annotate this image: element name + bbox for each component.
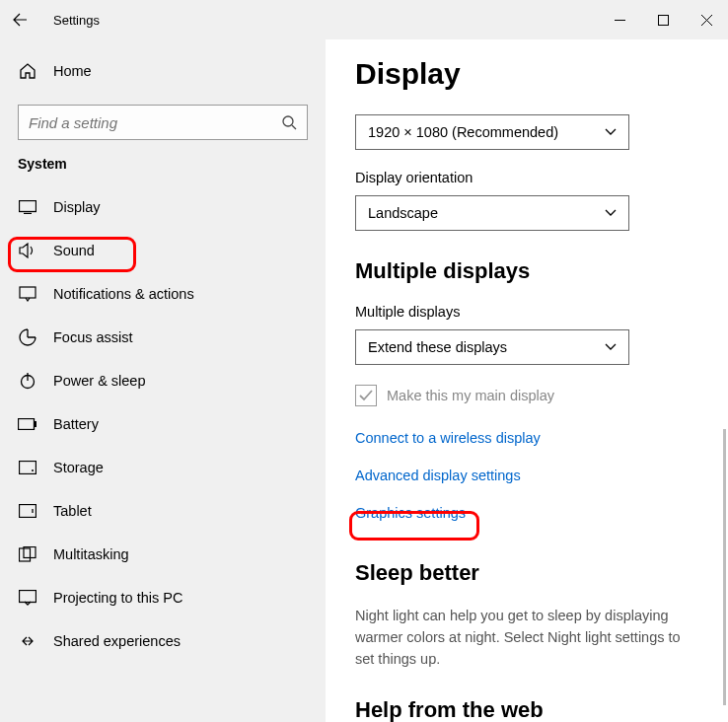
search-box[interactable] (18, 105, 308, 140)
titlebar: Settings (0, 0, 728, 39)
window-controls (598, 0, 728, 39)
resolution-value: 1920 × 1080 (Recommended) (368, 124, 558, 140)
chevron-down-icon (605, 128, 617, 136)
display-icon (18, 197, 37, 217)
sidebar-item-power[interactable]: Power & sleep (0, 359, 326, 402)
sidebar-item-storage[interactable]: Storage (0, 446, 326, 489)
scrollbar[interactable] (723, 429, 726, 705)
multiple-displays-value: Extend these displays (368, 339, 507, 355)
svg-rect-10 (35, 421, 36, 427)
projecting-icon (18, 588, 37, 608)
svg-point-12 (32, 469, 34, 471)
svg-line-3 (292, 125, 296, 129)
minimize-icon (615, 15, 625, 26)
sidebar: Home System Display Sound Notifications … (0, 39, 326, 722)
maximize-icon (658, 15, 669, 26)
page-title: Display (355, 57, 698, 91)
sidebar-item-notifications[interactable]: Notifications & actions (0, 272, 326, 316)
close-icon (701, 15, 712, 26)
svg-rect-4 (20, 201, 36, 212)
sidebar-home[interactable]: Home (0, 49, 326, 93)
svg-point-2 (283, 116, 293, 126)
home-icon (18, 61, 37, 81)
sidebar-item-sound[interactable]: Sound (0, 229, 326, 272)
sound-icon (18, 241, 37, 260)
svg-rect-6 (20, 287, 36, 298)
sidebar-item-label: Display (53, 199, 101, 215)
multitasking-icon (18, 544, 37, 564)
sidebar-item-shared[interactable]: Shared experiences (0, 619, 326, 663)
sidebar-item-label: Shared experiences (53, 633, 181, 649)
sleep-better-heading: Sleep better (355, 560, 698, 586)
arrow-left-icon (12, 12, 28, 28)
main-display-checkbox-label: Make this my main display (387, 388, 554, 403)
graphics-settings-link[interactable]: Graphics settings (355, 505, 698, 521)
main-display-checkbox (355, 385, 377, 406)
storage-icon (18, 458, 37, 477)
sleep-better-text: Night light can help you get to sleep by… (355, 606, 698, 670)
power-icon (18, 371, 37, 391)
minimize-button[interactable] (598, 0, 641, 39)
search-input[interactable] (29, 114, 281, 131)
shared-icon (18, 631, 37, 651)
sidebar-item-multitasking[interactable]: Multitasking (0, 533, 326, 576)
sidebar-item-label: Projecting to this PC (53, 590, 182, 606)
advanced-display-link[interactable]: Advanced display settings (355, 468, 698, 483)
svg-rect-9 (19, 419, 35, 430)
maximize-button[interactable] (641, 0, 685, 39)
tablet-icon (18, 501, 37, 521)
sidebar-item-display[interactable]: Display (0, 185, 326, 229)
sidebar-item-label: Notifications & actions (53, 286, 194, 302)
sidebar-item-battery[interactable]: Battery (0, 402, 326, 446)
sidebar-section-title: System (18, 156, 326, 172)
resolution-dropdown[interactable]: 1920 × 1080 (Recommended) (355, 114, 629, 150)
search-icon (281, 114, 297, 130)
sidebar-item-focus-assist[interactable]: Focus assist (0, 316, 326, 359)
sidebar-item-label: Multitasking (53, 546, 129, 562)
main-content: Display 1920 × 1080 (Recommended) Displa… (326, 39, 728, 722)
close-button[interactable] (685, 0, 728, 39)
orientation-label: Display orientation (355, 170, 698, 185)
focus-icon (18, 327, 37, 347)
orientation-dropdown[interactable]: Landscape (355, 195, 629, 231)
svg-rect-11 (20, 462, 36, 474)
sidebar-item-label: Battery (53, 416, 99, 432)
sidebar-item-label: Focus assist (53, 329, 133, 345)
svg-rect-17 (20, 591, 36, 603)
sidebar-item-label: Sound (53, 243, 95, 258)
multiple-displays-dropdown[interactable]: Extend these displays (355, 329, 629, 365)
help-heading: Help from the web (355, 697, 698, 722)
sidebar-item-label: Storage (53, 460, 104, 475)
sidebar-item-label: Power & sleep (53, 373, 146, 389)
svg-rect-13 (20, 505, 36, 518)
sidebar-home-label: Home (53, 63, 92, 79)
svg-rect-15 (20, 548, 31, 561)
chevron-down-icon (605, 209, 617, 217)
back-button[interactable] (0, 0, 39, 39)
multiple-displays-label: Multiple displays (355, 304, 698, 320)
notifications-icon (18, 284, 37, 304)
connect-wireless-link[interactable]: Connect to a wireless display (355, 430, 698, 446)
orientation-value: Landscape (368, 205, 438, 221)
sidebar-item-tablet[interactable]: Tablet (0, 489, 326, 533)
sidebar-item-label: Tablet (53, 503, 92, 519)
svg-rect-1 (658, 15, 668, 25)
chevron-down-icon (605, 343, 617, 351)
multiple-displays-heading: Multiple displays (355, 258, 698, 284)
window-title: Settings (53, 13, 100, 28)
check-icon (358, 389, 374, 402)
battery-icon (18, 414, 37, 434)
sidebar-item-projecting[interactable]: Projecting to this PC (0, 576, 326, 619)
main-display-checkbox-row: Make this my main display (355, 385, 698, 406)
